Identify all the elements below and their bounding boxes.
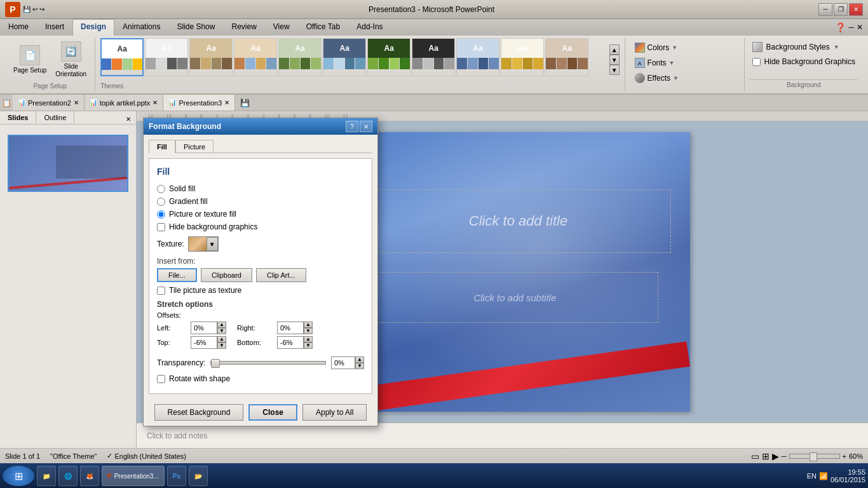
dialog-tab-picture[interactable]: Picture	[175, 140, 214, 153]
dialog-help-button[interactable]: ?	[346, 121, 358, 132]
slideshow-icon[interactable]: ▶	[772, 451, 779, 461]
transparency-thumb[interactable]	[211, 359, 220, 368]
right-offset-up[interactable]: ▲	[304, 322, 313, 328]
slides-tab[interactable]: Slides	[0, 111, 36, 124]
transparency-up[interactable]: ▲	[355, 356, 364, 363]
texture-preview[interactable]	[189, 237, 207, 251]
apply-to-all-button[interactable]: Apply to All	[302, 404, 367, 421]
texture-dropdown-arrow[interactable]: ▼	[207, 237, 218, 251]
document-tab-presentation3[interactable]: 📊 Presentation3 ✕	[163, 95, 235, 111]
bottom-offset-value[interactable]: -6%	[277, 336, 304, 349]
ribbon-min-icon[interactable]: ─	[848, 23, 854, 32]
themes-scroll-more[interactable]: ▼	[609, 65, 620, 75]
tab-close-3[interactable]: ✕	[224, 99, 229, 106]
ribbon-tab-home[interactable]: Home	[0, 19, 37, 36]
picture-texture-radio[interactable]	[157, 210, 165, 219]
theme-swatch-0[interactable]: Aa	[100, 38, 144, 76]
right-offset-value[interactable]: 0%	[277, 322, 304, 334]
taskbar-powerpoint[interactable]: P Presentation3...	[102, 466, 165, 486]
minimize-button[interactable]: ─	[818, 3, 832, 16]
effects-button[interactable]: Effects ▼	[630, 71, 734, 85]
zoom-thumb[interactable]	[810, 452, 817, 461]
zoom-out-icon[interactable]: ─	[782, 452, 787, 460]
ribbon-tab-animations[interactable]: Animations	[114, 19, 168, 36]
tile-checkbox[interactable]	[157, 287, 165, 295]
transparency-slider[interactable]	[210, 361, 326, 365]
ribbon-tab-officetab[interactable]: Office Tab	[298, 19, 349, 36]
bottom-offset-up[interactable]: ▲	[304, 336, 313, 342]
theme-swatch-8[interactable]: Aa	[456, 38, 499, 76]
document-tab-topik[interactable]: 📊 topik artikel.pptx ✕	[85, 95, 163, 111]
rotate-checkbox[interactable]	[157, 375, 165, 383]
ribbon-tab-view[interactable]: View	[265, 19, 298, 36]
dialog-tab-fill[interactable]: Fill	[149, 140, 175, 153]
slides-panel-close[interactable]: ✕	[123, 114, 133, 124]
transparency-value[interactable]: 0%	[331, 356, 355, 369]
ribbon-close-icon[interactable]: ✕	[857, 23, 863, 32]
bottom-offset-down[interactable]: ▼	[304, 342, 313, 349]
slide-sorter-icon[interactable]: ⊞	[762, 451, 770, 461]
dialog-close-title-button[interactable]: ✕	[360, 121, 372, 132]
outline-tab[interactable]: Outline	[36, 111, 74, 124]
clipboard-button[interactable]: Clipboard	[201, 268, 252, 282]
gradient-fill-radio[interactable]	[157, 198, 165, 206]
top-offset-value[interactable]: -6%	[191, 336, 217, 349]
ribbon-tab-addins[interactable]: Add-Ins	[348, 19, 391, 36]
taskbar-photoshop[interactable]: Ps	[167, 466, 186, 486]
left-offset-down[interactable]: ▼	[217, 328, 226, 334]
taskbar-file-manager[interactable]: 📁	[37, 466, 56, 486]
texture-selector[interactable]: ▼	[188, 236, 219, 252]
close-button[interactable]: ✕	[849, 3, 863, 16]
taskbar-firefox[interactable]: 🦊	[80, 466, 99, 486]
zoom-in-icon[interactable]: +	[843, 452, 846, 460]
solid-fill-radio[interactable]	[157, 185, 165, 193]
theme-swatch-6[interactable]: Aa	[367, 38, 410, 76]
theme-swatch-3[interactable]: Aa	[234, 38, 277, 76]
document-tab-presentation2[interactable]: 📊 Presentation2 ✕	[13, 95, 85, 111]
top-offset-down[interactable]: ▼	[217, 342, 226, 349]
ribbon-tab-insert[interactable]: Insert	[37, 19, 72, 36]
theme-swatch-5[interactable]: Aa	[323, 38, 366, 76]
theme-swatch-10[interactable]: Aa	[545, 38, 588, 76]
tab-close-2[interactable]: ✕	[153, 99, 158, 106]
page-setup-button[interactable]: 📄 Page Setup	[10, 42, 50, 78]
start-button[interactable]: ⊞	[3, 466, 34, 486]
ribbon-help-icon[interactable]: ❓	[835, 22, 846, 32]
hide-bg-checkbox[interactable]	[752, 58, 761, 66]
top-offset-up[interactable]: ▲	[217, 336, 226, 342]
taskbar-explorer[interactable]: 📂	[189, 466, 208, 486]
transparency-down[interactable]: ▼	[355, 363, 364, 369]
theme-swatch-2[interactable]: Aa	[189, 38, 233, 76]
left-offset-value[interactable]: 0%	[191, 322, 217, 334]
reset-background-button[interactable]: Reset Background	[154, 404, 244, 421]
left-offset-up[interactable]: ▲	[217, 322, 226, 328]
normal-view-icon[interactable]: ▭	[751, 451, 759, 461]
hide-background-graphics-button[interactable]: Hide Background Graphics	[750, 56, 858, 67]
clip-art-button[interactable]: Clip Art...	[256, 268, 306, 282]
theme-swatch-7[interactable]: Aa	[412, 38, 455, 76]
colors-button[interactable]: Colors ▼	[630, 41, 734, 55]
slide-orientation-button[interactable]: 🔄 SlideOrientation	[52, 38, 90, 81]
file-button[interactable]: File...	[157, 268, 197, 282]
right-offset-down[interactable]: ▼	[304, 328, 313, 334]
slide-thumbnail-1[interactable]	[8, 135, 128, 192]
themes-scroll-down[interactable]: ▼	[609, 55, 620, 65]
themes-scroll-up[interactable]: ▲	[609, 44, 620, 55]
fonts-button[interactable]: A Fonts ▼	[630, 56, 734, 70]
hide-bg-graphics-checkbox[interactable]	[157, 223, 165, 231]
zoom-slider[interactable]	[789, 454, 840, 459]
tab-close-1[interactable]: ✕	[74, 99, 79, 106]
restore-button[interactable]: ❐	[834, 3, 848, 16]
theme-swatch-4[interactable]: Aa	[278, 38, 322, 76]
background-styles-button[interactable]: Background Styles ▼	[750, 41, 858, 53]
taskbar-ie[interactable]: 🌐	[58, 466, 78, 486]
theme-swatch-1[interactable]: Aa	[145, 38, 188, 76]
tab-save-icon[interactable]: 💾	[240, 95, 250, 111]
ribbon-tab-review[interactable]: Review	[223, 19, 264, 36]
theme-swatch-9[interactable]: Aa	[501, 38, 544, 76]
check-icon: ✓	[107, 452, 112, 460]
ribbon-tab-slideshow[interactable]: Slide Show	[168, 19, 223, 36]
close-dialog-button[interactable]: Close	[248, 404, 297, 421]
transparency-row: Transparency: 0% ▲ ▼	[157, 356, 364, 369]
ribbon-tab-design[interactable]: Design	[72, 19, 114, 36]
